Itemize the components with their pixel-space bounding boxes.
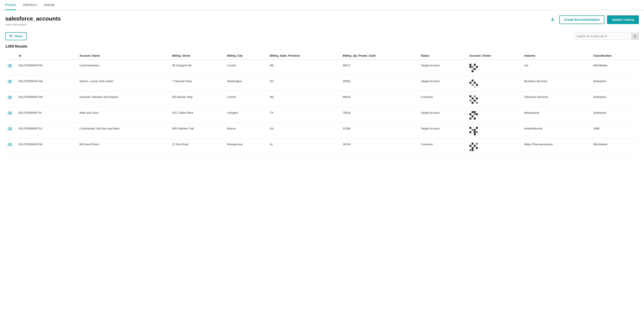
col-header-billing-street[interactable]: Billing_Street [170, 52, 225, 60]
row-classification: Mid-Market [591, 139, 639, 155]
col-header-account-name[interactable]: Account_Name [77, 52, 170, 60]
avatar-pixel [472, 100, 474, 102]
row-classification: SMB [591, 123, 639, 139]
row-account-name: Mohr and Sons [77, 107, 170, 123]
avatar-pixel [470, 127, 472, 129]
svg-point-16 [9, 144, 10, 145]
avatar-pixel [472, 80, 474, 82]
avatar-pixel [472, 86, 474, 88]
row-billing-state: AL [267, 139, 340, 155]
avatar-pixel [474, 115, 476, 117]
col-header-account-owner[interactable]: Account_Owner [467, 52, 522, 60]
avatar [470, 64, 477, 72]
avatar-pixel [476, 70, 478, 72]
avatar-pixel [474, 145, 476, 147]
page-title: salesforce_accounts [5, 15, 61, 22]
avatar-pixel [474, 95, 476, 97]
row-billing-street: 21 Kim Road [170, 139, 225, 155]
avatar-pixel [470, 70, 472, 72]
row-id: 001J7000004K7AK [16, 139, 77, 155]
avatar-pixel [472, 147, 474, 149]
avatar-pixel [470, 86, 472, 88]
eye-icon[interactable] [8, 80, 12, 84]
row-billing-city: Macon [225, 123, 267, 139]
avatar-pixel [472, 111, 474, 113]
eye-icon[interactable] [8, 143, 12, 147]
avatar-pixel [472, 127, 474, 129]
update-catalog-button[interactable]: Update Catalog [607, 15, 639, 24]
row-billing-state: GA [267, 123, 340, 139]
avatar-pixel [470, 84, 472, 86]
row-billing-city: Washington [225, 76, 267, 91]
avatar-pixel [476, 131, 478, 133]
create-recommendation-button[interactable]: Create Recommendation [559, 15, 604, 24]
avatar-pixel [470, 133, 472, 135]
avatar-pixel [474, 82, 476, 84]
row-eye-icon-cell [5, 123, 16, 139]
tab-settings[interactable]: Settings [44, 0, 55, 10]
row-account-owner [467, 60, 522, 76]
tab-preview[interactable]: Preview [5, 0, 16, 10]
avatar-pixel [472, 133, 474, 135]
eye-icon[interactable] [8, 111, 12, 115]
row-id: 001J7000004K7AJ [16, 123, 77, 139]
row-billing-state: NE [267, 91, 340, 107]
tab-selections[interactable]: Selections [23, 0, 37, 10]
avatar-pixel [472, 131, 474, 133]
row-status: Customer [418, 139, 467, 155]
eye-icon[interactable] [8, 95, 12, 100]
table-row: 001J7000004K7AJCruickshank, McClure and … [5, 123, 639, 139]
avatar-pixel [476, 98, 478, 99]
toolbar: Filters [0, 30, 644, 43]
search-button[interactable] [631, 33, 638, 40]
row-account-owner [467, 76, 522, 91]
eye-icon[interactable] [8, 127, 12, 131]
col-header-billing-city[interactable]: Billing_City [225, 52, 267, 60]
filter-icon [9, 34, 12, 38]
col-header-billing-state[interactable]: Billing_State_Province [267, 52, 340, 60]
avatar-pixel [470, 64, 472, 66]
row-eye-icon-cell [5, 60, 16, 76]
col-header-id[interactable]: id [16, 52, 77, 60]
avatar-pixel [476, 86, 478, 88]
avatar-pixel [474, 102, 476, 104]
avatar-pixel [472, 84, 474, 86]
row-account-name: Hammes, Nikolaus and Raynor [77, 91, 170, 107]
row-billing-zip: 76016 [340, 107, 418, 123]
avatar-pixel [476, 68, 478, 70]
col-header-classification[interactable]: Classification [591, 52, 639, 60]
avatar-pixel [476, 64, 478, 66]
avatar-pixel [476, 100, 478, 102]
filters-button[interactable]: Filters [5, 32, 26, 40]
col-header-billing-zip[interactable]: Billing_Zip_Postal_Code [340, 52, 418, 60]
row-id: 001J7000004K7AI [16, 107, 77, 123]
avatar-pixel [470, 147, 472, 149]
avatar-pixel [476, 82, 478, 84]
table-row: 001J7000004K7AFLind-Kertzmann35 Onsgard … [5, 60, 639, 76]
col-header-industry[interactable]: Industry [522, 52, 591, 60]
row-industry: Restaurants [522, 107, 591, 123]
row-status: Customer [418, 91, 467, 107]
page-actions: Create Recommendation Update Catalog [548, 15, 639, 24]
row-billing-city: Lincoln [225, 60, 267, 76]
row-billing-state: DC [267, 76, 340, 91]
svg-point-14 [9, 128, 10, 130]
search-input[interactable] [574, 33, 631, 40]
page-description[interactable]: Add a description [5, 23, 61, 26]
avatar-pixel [470, 115, 472, 117]
col-header-status[interactable]: Status [418, 52, 467, 60]
row-status: Target Account [418, 60, 467, 76]
avatar-pixel [474, 143, 476, 145]
avatar-pixel [476, 147, 478, 149]
avatar [470, 95, 477, 103]
row-classification: Enterprise [591, 91, 639, 107]
download-button[interactable] [548, 16, 557, 24]
row-account-name: McClure-Fritsch [77, 139, 170, 155]
row-billing-state: TX [267, 107, 340, 123]
avatar [470, 80, 477, 87]
avatar [470, 111, 477, 119]
row-account-name: Cruickshank, McClure and West [77, 123, 170, 139]
avatar-pixel [476, 129, 478, 131]
eye-icon[interactable] [8, 64, 12, 68]
row-billing-city: Arlington [225, 107, 267, 123]
